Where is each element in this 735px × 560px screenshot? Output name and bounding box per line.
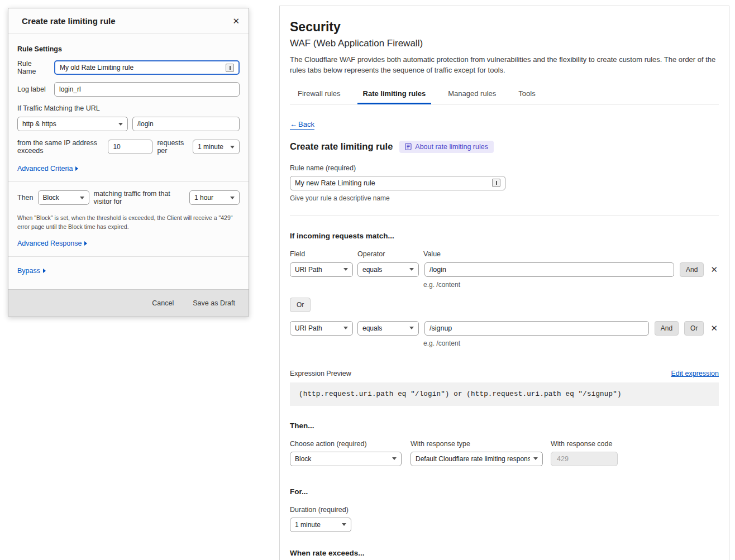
threshold-mid-text: requests per — [157, 139, 188, 155]
create-rule-title: Create rate limiting rule — [290, 141, 393, 152]
rate-section-heading: When rate exceeds... — [290, 549, 719, 557]
rule-name-row: Rule Name — [17, 60, 240, 75]
expression-preview-label: Expression Preview — [290, 370, 351, 377]
period-select[interactable]: 1 minute — [193, 140, 240, 154]
scheme-select[interactable]: http & https — [17, 117, 128, 131]
autofill-icon[interactable] — [492, 179, 500, 187]
advanced-criteria-link[interactable]: Advanced Criteria — [17, 165, 78, 173]
operator-select[interactable]: equals — [357, 321, 419, 336]
remove-row-icon[interactable]: ✕ — [709, 265, 719, 275]
threshold-field-wrap — [108, 140, 152, 154]
doc-icon — [405, 143, 412, 150]
advanced-response-link[interactable]: Advanced Response — [17, 240, 87, 247]
chevron-down-icon — [343, 327, 348, 329]
operator-select[interactable]: equals — [357, 262, 419, 277]
action-column: Choose action (required) Block — [290, 440, 402, 466]
duration-select[interactable]: 1 minute — [290, 518, 351, 532]
bypass-link[interactable]: Bypass — [17, 267, 46, 275]
chevron-down-icon — [80, 197, 84, 199]
or-button[interactable]: Or — [290, 298, 311, 312]
chevron-down-icon — [392, 457, 397, 460]
rule-name-field-wrap — [54, 60, 240, 75]
field-select[interactable]: URI Path — [290, 262, 353, 277]
triangle-right-icon — [43, 269, 46, 273]
cancel-button[interactable]: Cancel — [152, 299, 174, 307]
dialog-body: Rule Settings Rule Name Log label If Tra… — [8, 34, 249, 283]
log-label-field-wrap — [54, 82, 240, 97]
response-code-input: 429 — [551, 452, 618, 466]
action-select[interactable]: Block — [38, 190, 89, 205]
then-label: Then — [17, 194, 34, 202]
threshold-row: from the same IP address exceeds request… — [17, 139, 240, 155]
expression-header-row: Expression Preview Edit expression — [290, 370, 719, 377]
chevron-down-icon — [230, 197, 235, 199]
response-type-label: With response type — [411, 440, 543, 448]
threshold-prefix-text: from the same IP address exceeds — [17, 139, 103, 155]
tab-tools[interactable]: Tools — [517, 86, 536, 104]
then-mid-text: matching traffic from that visitor for — [94, 190, 185, 205]
traffic-match-label: If Traffic Matching the URL — [17, 104, 240, 112]
page-subtitle: WAF (Web Application Firewall) — [290, 38, 719, 49]
edit-expression-link[interactable]: Edit expression — [671, 370, 719, 377]
chevron-down-icon — [343, 268, 348, 271]
rule-name-label: Rule name (required) — [290, 164, 719, 172]
tab-managed-rules[interactable]: Managed rules — [447, 86, 497, 104]
response-code-column: With response code 429 — [551, 440, 618, 466]
tab-firewall-rules[interactable]: Firewall rules — [297, 86, 342, 104]
and-button[interactable]: And — [655, 321, 679, 336]
divider — [8, 181, 249, 182]
waf-tabs: Firewall rules Rate limiting rules Manag… — [290, 86, 719, 104]
rule-name-field-wrap — [290, 176, 505, 190]
block-note: When "Block" is set, when the threshold … — [17, 213, 240, 232]
duration-label: Duration (required) — [290, 506, 719, 514]
save-as-draft-button[interactable]: Save as Draft — [193, 299, 235, 307]
or-button[interactable]: Or — [684, 321, 704, 336]
url-field-wrap — [132, 117, 240, 131]
dialog-title: Create rate limiting rule — [22, 16, 116, 26]
rule-name-input[interactable] — [295, 179, 489, 187]
block-duration-select[interactable]: 1 hour — [189, 190, 240, 205]
rule-name-label: Rule Name — [17, 60, 50, 75]
response-code-label: With response code — [551, 440, 618, 448]
value-hint: e.g. /content — [423, 281, 719, 289]
then-row: Then Block matching traffic from that vi… — [17, 190, 240, 205]
close-icon[interactable]: ✕ — [232, 17, 240, 25]
match-column-headers: Field Operator Value — [290, 250, 719, 258]
match-row: URI Path equals And Or ✕ — [290, 321, 719, 336]
page-title: Security — [290, 20, 719, 35]
threshold-input[interactable] — [113, 143, 147, 151]
then-section-heading: Then... — [290, 422, 719, 430]
chevron-down-icon — [409, 268, 414, 271]
field-column-label: Field — [290, 250, 357, 258]
url-input[interactable] — [137, 120, 235, 128]
divider — [8, 256, 249, 257]
value-input[interactable] — [429, 266, 669, 274]
value-column-label: Value — [423, 250, 441, 258]
action-select[interactable]: Block — [290, 452, 402, 466]
remove-row-icon[interactable]: ✕ — [709, 323, 719, 333]
chevron-down-icon — [118, 123, 123, 126]
autofill-icon[interactable] — [226, 64, 234, 72]
and-button[interactable]: And — [680, 262, 704, 277]
chevron-down-icon — [342, 523, 346, 526]
url-match-row: http & https — [17, 117, 240, 131]
choose-action-label: Choose action (required) — [290, 440, 402, 448]
value-input[interactable] — [429, 324, 644, 332]
about-rate-limiting-badge[interactable]: About rate limiting rules — [399, 141, 494, 153]
rule-settings-heading: Rule Settings — [17, 45, 240, 53]
chevron-down-icon — [533, 457, 538, 460]
match-row: URI Path equals And ✕ — [290, 262, 719, 277]
back-link[interactable]: ←Back — [290, 120, 314, 130]
page-root: Create rate limiting rule ✕ Rule Setting… — [0, 0, 735, 560]
tab-rate-limiting-rules[interactable]: Rate limiting rules — [362, 86, 427, 104]
or-button-wrap: Or — [290, 298, 719, 312]
value-hint: e.g. /content — [423, 339, 719, 347]
response-type-select[interactable]: Default Cloudflare rate limiting respons… — [411, 452, 543, 466]
field-select[interactable]: URI Path — [290, 321, 353, 336]
rule-name-input[interactable] — [60, 64, 222, 71]
log-label-input[interactable] — [59, 85, 235, 93]
create-rule-header: Create rate limiting rule About rate lim… — [290, 141, 719, 153]
log-label-label: Log label — [17, 85, 50, 93]
dialog-header: Create rate limiting rule ✕ — [8, 8, 249, 34]
chevron-down-icon — [230, 146, 235, 149]
